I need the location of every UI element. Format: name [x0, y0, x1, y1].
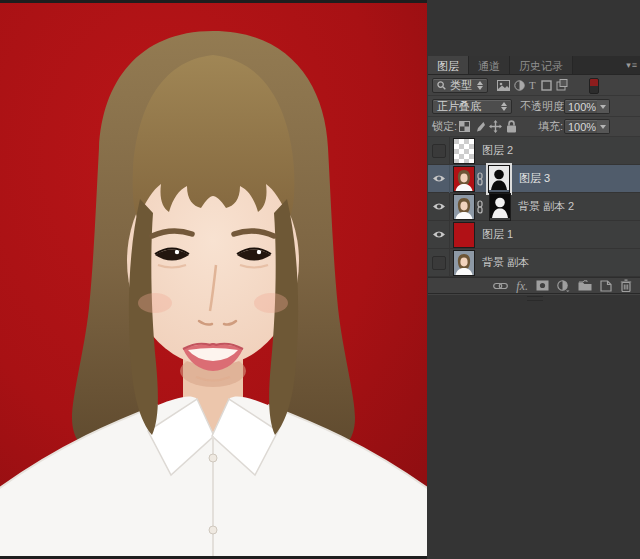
layer-mask-thumbnail-selected[interactable]: [488, 165, 510, 193]
layer-row-layer3[interactable]: 图层 3: [428, 165, 640, 193]
lock-pixels-icon[interactable]: [474, 121, 486, 133]
portrait-photo: [0, 3, 427, 556]
filter-kind-dropdown[interactable]: 类型: [432, 78, 488, 93]
new-group-icon[interactable]: [578, 280, 592, 291]
layer-row-layer2[interactable]: 图层 2: [428, 137, 640, 165]
layer-row-bg-copy[interactable]: 背景 副本: [428, 249, 640, 277]
filter-switch[interactable]: [589, 78, 599, 94]
smart-object-filter-icon[interactable]: [556, 79, 568, 91]
visibility-toggle[interactable]: [428, 165, 450, 193]
layer-thumbnail-transparent[interactable]: [453, 138, 475, 164]
layer-thumbnail-red-fill[interactable]: [453, 222, 475, 248]
link-layers-icon[interactable]: [493, 282, 508, 290]
layer-style-icon[interactable]: fx.: [516, 281, 528, 291]
fill-value[interactable]: 100%: [564, 119, 598, 134]
lock-transparency-icon[interactable]: [459, 121, 470, 132]
opacity-dropdown-arrow[interactable]: [597, 99, 610, 114]
layer-name: 背景 副本: [482, 255, 529, 270]
layer-name: 图层 1: [482, 227, 513, 242]
eye-icon: [432, 174, 446, 183]
visibility-empty-well: [432, 144, 446, 158]
visibility-empty-well: [432, 256, 446, 270]
blend-mode-dropdown[interactable]: 正片叠底: [432, 99, 512, 114]
pixel-layer-filter-icon[interactable]: [497, 80, 510, 91]
add-layer-mask-icon[interactable]: [536, 280, 549, 291]
panel-tabbar: 图层 通道 历史记录 ▾≡: [428, 56, 640, 75]
eye-icon: [432, 230, 446, 239]
layer-thumbnail-photo-blue[interactable]: [453, 250, 475, 276]
opacity-label: 不透明度:: [520, 99, 567, 114]
search-icon: [437, 81, 446, 90]
visibility-toggle[interactable]: [428, 137, 450, 165]
adjustment-layer-filter-icon[interactable]: [514, 80, 525, 91]
fill-label: 填充:: [538, 119, 563, 134]
tab-layers[interactable]: 图层: [428, 56, 469, 74]
blend-mode-value: 正片叠底: [437, 99, 481, 114]
layer-row-layer1[interactable]: 图层 1: [428, 221, 640, 249]
layer-filter-row: 类型 T: [428, 75, 640, 96]
new-layer-icon[interactable]: [600, 280, 612, 292]
lock-position-icon[interactable]: [489, 120, 502, 133]
filter-kind-label: 类型: [450, 78, 472, 93]
tab-channels[interactable]: 通道: [469, 56, 510, 74]
shape-layer-filter-icon[interactable]: [541, 80, 552, 91]
fill-dropdown-arrow[interactable]: [597, 119, 610, 134]
layer-thumbnail-photo-red[interactable]: [453, 166, 475, 192]
layer-thumbnail-photo-blue[interactable]: [453, 194, 475, 220]
layer-mask-thumbnail[interactable]: [489, 193, 511, 221]
link-mask-icon[interactable]: [476, 200, 484, 214]
shirt-button-bottom: [209, 526, 217, 534]
layers-panel: 图层 通道 历史记录 ▾≡ 类型 T: [428, 56, 640, 295]
panel-menu-icon[interactable]: ▾≡: [626, 60, 638, 70]
opacity-value[interactable]: 100%: [564, 99, 598, 114]
visibility-toggle[interactable]: [428, 249, 450, 277]
lock-all-icon[interactable]: [506, 120, 517, 133]
shirt-button-top: [209, 454, 217, 462]
layers-footer-bar: fx.: [428, 277, 640, 294]
type-layer-filter-icon[interactable]: T: [529, 79, 536, 91]
document-canvas[interactable]: [0, 0, 427, 559]
layer-name: 背景 副本 2: [518, 199, 574, 214]
delete-layer-icon[interactable]: [620, 279, 632, 292]
link-mask-icon[interactable]: [476, 172, 484, 186]
tab-history[interactable]: 历史记录: [510, 56, 573, 74]
lock-label: 锁定:: [432, 119, 457, 134]
lock-row: 锁定: 填充: 100%: [428, 117, 640, 137]
blush-right: [254, 293, 288, 313]
panel-resize-handle[interactable]: [527, 296, 543, 301]
eye-icon: [432, 202, 446, 211]
layer-row-bg-copy2[interactable]: 背景 副本 2: [428, 193, 640, 221]
layer-name: 图层 3: [519, 171, 550, 186]
layer-list: 图层 2 图层 3: [428, 137, 640, 277]
photoshop-window: 图层 通道 历史记录 ▾≡ 类型 T: [0, 0, 640, 559]
layer-name: 图层 2: [482, 143, 513, 158]
new-adjustment-layer-icon[interactable]: [557, 280, 570, 292]
blush-left: [138, 293, 172, 313]
visibility-toggle[interactable]: [428, 193, 450, 221]
blend-mode-row: 正片叠底 不透明度: 100%: [428, 96, 640, 117]
visibility-toggle[interactable]: [428, 221, 450, 249]
